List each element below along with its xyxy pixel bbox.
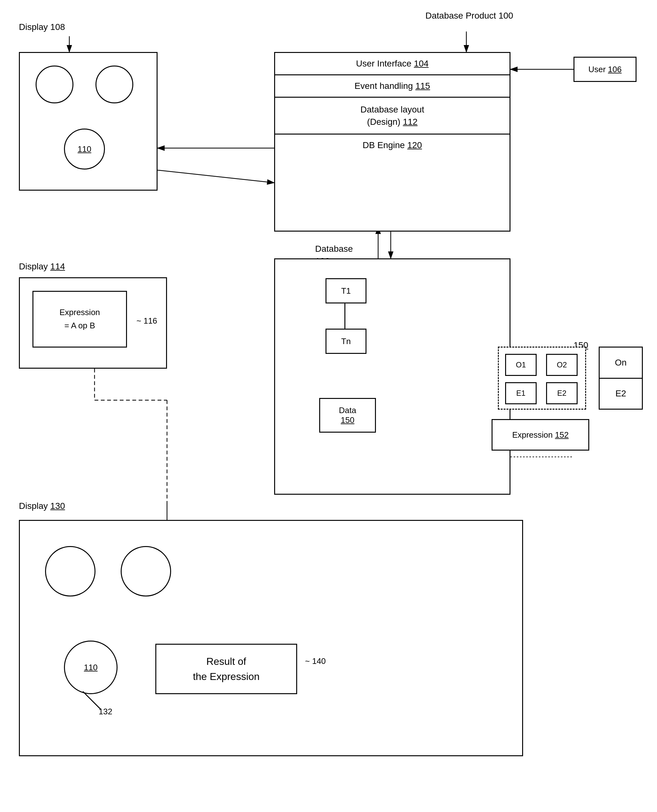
e1-box: E1: [505, 382, 537, 404]
t1-tn-line: [344, 303, 346, 329]
on-e2-box: On E2: [599, 347, 643, 410]
display114-label: Display 114: [19, 261, 65, 272]
database102-box: T1 Tn Data150: [274, 258, 511, 495]
o2-box: O2: [546, 354, 578, 376]
o2-label: O2: [557, 361, 567, 369]
display108-label: Display 108: [19, 22, 65, 32]
on-label: On: [599, 348, 642, 379]
db-engine-row: DB Engine 120: [275, 135, 509, 156]
expression116-text: Expression= A op B: [59, 306, 100, 332]
ref140-label: ~ 140: [305, 656, 326, 666]
user106-box: User 106: [573, 57, 637, 82]
o1-label: O1: [516, 361, 526, 369]
display108-box: 110: [19, 52, 157, 191]
tn-label: Tn: [341, 336, 351, 346]
expression116-box: Expression= A op B: [33, 291, 127, 348]
t1-label: T1: [341, 286, 351, 296]
display130-box: 110 132 Result ofthe Expression ~ 140: [19, 520, 523, 756]
e2-right-label: E2: [599, 379, 642, 409]
ui-main-box: User Interface 104 Event handling 115 Da…: [274, 52, 511, 232]
ref116-label: ~ 116: [137, 316, 157, 326]
data150-label: Data150: [339, 406, 357, 425]
user106-label: User 106: [588, 65, 622, 75]
db-layout-row: Database layout(Design) 112: [275, 98, 509, 135]
circle110-top-label: 110: [78, 144, 91, 154]
circle-top-right: [95, 65, 133, 103]
expression152-label: Expression 152: [512, 430, 568, 440]
event-handling-row: Event handling 115: [275, 75, 509, 98]
ui104-row: User Interface 104: [275, 53, 509, 75]
display114-box: Expression= A op B ~ 116: [19, 277, 167, 369]
o1-box: O1: [505, 354, 537, 376]
t1-box: T1: [325, 278, 366, 303]
db-product-label: Database Product 100: [425, 9, 513, 22]
expression-dashed-box: O1 O2 E1 E2: [498, 347, 586, 410]
svg-line-6: [157, 170, 274, 183]
circle110-bottom-label: 110: [84, 663, 97, 672]
circle-110-top: 110: [64, 129, 105, 170]
circle-bottom-left: [45, 546, 95, 596]
ref132-label: 132: [99, 707, 112, 717]
e2-inner-label: E2: [557, 389, 566, 398]
diagram-container: Display 108 110 Database Product 100 Use…: [0, 0, 657, 812]
circle-110-bottom: 110: [64, 641, 118, 694]
e2-inner-box: E2: [546, 382, 578, 404]
circle-top-left: [36, 65, 73, 103]
tn-box: Tn: [325, 329, 366, 354]
e1-label: E1: [516, 389, 525, 398]
expression152-box: Expression 152: [492, 419, 589, 451]
display130-label: Display 130: [19, 501, 65, 511]
result-expression-box: Result ofthe Expression: [155, 644, 297, 694]
circle-bottom-right: [121, 546, 171, 596]
result-expression-text: Result ofthe Expression: [193, 654, 260, 684]
data150-box: Data150: [319, 398, 376, 432]
